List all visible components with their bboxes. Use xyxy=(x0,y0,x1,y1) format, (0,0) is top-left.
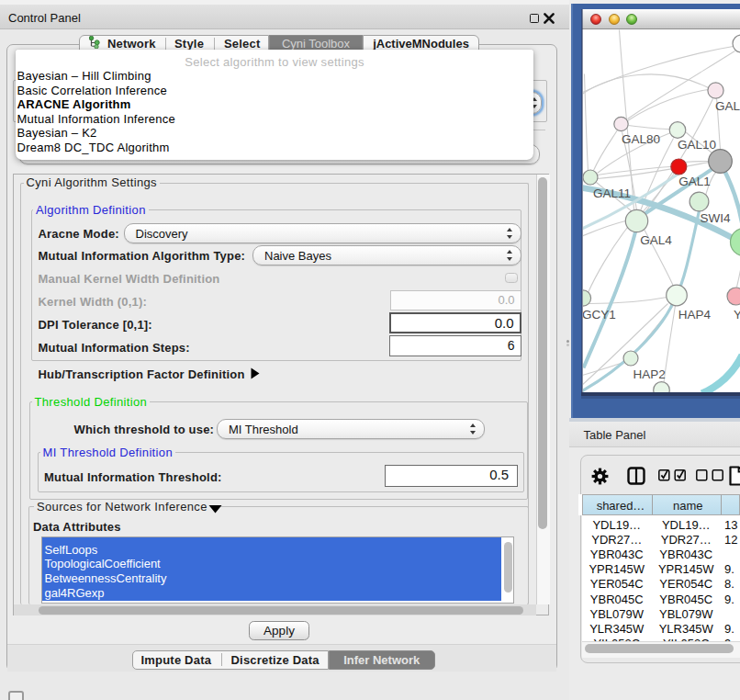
svg-text:GAL10: GAL10 xyxy=(677,137,715,151)
svg-text:HAP2: HAP2 xyxy=(633,367,665,380)
svg-text:GAL4: GAL4 xyxy=(640,232,672,246)
svg-text:Y: Y xyxy=(734,307,740,321)
svg-text:GAL11: GAL11 xyxy=(592,186,630,199)
svg-text:GAL8: GAL8 xyxy=(715,98,740,112)
svg-text:HAP4: HAP4 xyxy=(678,307,711,321)
svg-text:GAL80: GAL80 xyxy=(621,131,659,145)
svg-text:GAL1: GAL1 xyxy=(678,175,711,188)
svg-text:SWI4: SWI4 xyxy=(700,211,730,225)
svg-text:GCY1: GCY1 xyxy=(583,307,616,321)
